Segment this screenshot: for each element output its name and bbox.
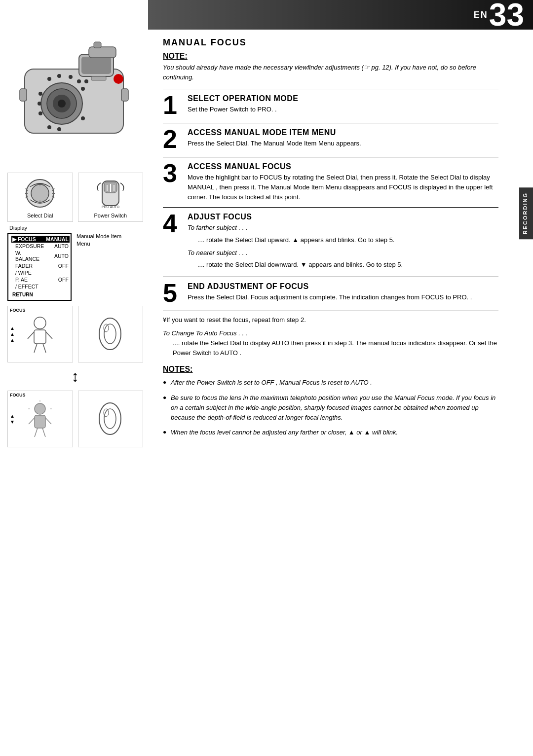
svg-rect-51 — [35, 415, 45, 428]
camera-illustration — [7, 35, 141, 168]
step-4-content: ADJUST FOCUS To farther subject . . . ..… — [188, 213, 498, 272]
svg-point-23 — [47, 125, 51, 129]
step-4-nearer-label: To nearer subject . . . — [188, 248, 498, 258]
step-2-content: ACCESS MANUAL MODE ITEM MENU Press the S… — [188, 128, 498, 152]
menu-table: ▶ FOCUS MANUAL EXPOSURE AUTO W. BALANCE … — [7, 233, 72, 301]
select-dial-diagram: ↑ ↓ Select Dial — [7, 173, 73, 222]
note-item-1: After the Power Switch is set to OFF , M… — [163, 378, 498, 388]
divider-1 — [163, 89, 498, 89]
step-1-body: Set the Power Switch to PRO. . — [188, 105, 498, 114]
step-4-farther-label: To farther subject . . . — [188, 223, 498, 233]
svg-point-49 — [104, 324, 109, 332]
recording-tab: RECORDING — [519, 187, 533, 239]
svg-line-43 — [28, 332, 34, 339]
svg-point-17 — [84, 79, 88, 83]
menu-label: Manual Mode ItemMenu — [76, 233, 121, 248]
step-4: 4 ADJUST FOCUS To farther subject . . . … — [163, 213, 498, 272]
divider-4 — [163, 207, 498, 208]
svg-point-47 — [99, 318, 121, 350]
change-focus: To Change To Auto Focus . . . .... rotat… — [163, 328, 498, 358]
divider-3 — [163, 157, 498, 157]
notes-section: NOTES: After the Power Switch is set to … — [163, 365, 498, 437]
svg-line-53 — [45, 418, 51, 424]
note-heading: NOTE: — [163, 52, 498, 61]
svg-point-14 — [38, 102, 41, 106]
svg-rect-11 — [20, 89, 27, 101]
power-switch-diagram: PRO AUTO Power Switch — [78, 173, 144, 222]
svg-line-52 — [29, 418, 35, 424]
svg-point-13 — [38, 92, 42, 96]
svg-point-41 — [34, 317, 46, 329]
svg-rect-8 — [94, 42, 101, 48]
power-switch-label: Power Switch — [94, 213, 127, 218]
header-bar: EN 33 — [148, 0, 533, 30]
arrow-up-down: ↕ — [7, 367, 143, 386]
step-4-nearer-body: .... rotate the Select Dial downward. ▼ … — [188, 260, 498, 270]
page-title: MANUAL FOCUS — [163, 37, 498, 48]
svg-line-44 — [46, 332, 52, 339]
svg-line-46 — [43, 344, 46, 353]
svg-point-50 — [35, 403, 45, 414]
notes-list: After the Power Switch is set to OFF , M… — [163, 378, 498, 437]
note-item-3: When the focus level cannot be adjusted … — [163, 428, 498, 437]
svg-point-4 — [58, 100, 66, 108]
step-2-heading: ACCESS MANUAL MODE ITEM MENU — [188, 128, 498, 137]
svg-point-9 — [114, 74, 123, 84]
step-4-heading: ADJUST FOCUS — [188, 213, 498, 221]
step-1-heading: SELECT OPERATION MODE — [188, 94, 498, 103]
step-2-number: 2 — [163, 126, 184, 152]
note-item-2: Be sure to focus the lens in the maximum… — [163, 393, 498, 423]
svg-point-48 — [104, 324, 116, 344]
focus-circle-top — [78, 306, 144, 362]
svg-line-45 — [34, 344, 37, 353]
step-4-farther-body: .... rotate the Select Dial upward. ▲ ap… — [188, 235, 498, 245]
focus-top-row: FOCUS ▲▲▲ — [7, 306, 143, 362]
focus-far-box: FOCUS ▲▼ — [7, 391, 73, 447]
svg-point-60 — [104, 409, 116, 429]
divider-2 — [163, 123, 498, 123]
yen-note: ¥If you want to reset the focus, repeat … — [163, 316, 498, 324]
note-box: NOTE: You should already have made the n… — [163, 52, 498, 82]
step-1-number: 1 — [163, 92, 184, 118]
step-3: 3 ACCESS MANUAL FOCUS Move the highlight… — [163, 162, 498, 202]
display-label: Display — [7, 225, 143, 231]
step-3-content: ACCESS MANUAL FOCUS Move the highlight b… — [188, 162, 498, 202]
svg-text:PRO  AUTO: PRO AUTO — [102, 205, 120, 209]
change-focus-title: To Change To Auto Focus . . . — [163, 328, 498, 338]
page-number: 33 — [489, 0, 524, 31]
svg-rect-42 — [34, 330, 46, 344]
focus-top-label: FOCUS — [10, 308, 26, 313]
step-3-heading: ACCESS MANUAL FOCUS — [188, 162, 498, 171]
svg-point-21 — [77, 79, 81, 83]
menu-table-area: ▶ FOCUS MANUAL EXPOSURE AUTO W. BALANCE … — [7, 233, 143, 301]
step-3-body: Move the highlight bar to FOCUS by rotat… — [188, 173, 498, 202]
svg-text:↑: ↑ — [39, 181, 42, 187]
notes-heading: NOTES: — [163, 365, 498, 374]
svg-point-20 — [69, 75, 73, 79]
svg-point-24 — [57, 127, 61, 131]
step-5-content: END ADJUSTMENT OF FOCUS Press the Select… — [188, 282, 498, 306]
select-dial-label: Select Dial — [27, 213, 53, 218]
right-column: MANUAL FOCUS NOTE: You should already ha… — [148, 30, 508, 452]
step-2: 2 ACCESS MANUAL MODE ITEM MENU Press the… — [163, 128, 498, 152]
focus-bottom-label: FOCUS — [10, 393, 26, 397]
svg-point-22 — [81, 116, 85, 120]
svg-line-54 — [35, 428, 38, 437]
divider-5 — [163, 277, 498, 277]
left-column: ↑ ↓ Select Dial — [0, 30, 148, 456]
step-2-body: Press the Select Dial. The Manual Mode I… — [188, 139, 498, 148]
en-label: EN — [474, 10, 488, 20]
svg-rect-7 — [89, 47, 116, 58]
svg-rect-6 — [81, 57, 111, 74]
step-4-number: 4 — [163, 211, 184, 272]
step-5-heading: END ADJUSTMENT OF FOCUS — [188, 282, 498, 291]
svg-point-59 — [99, 403, 121, 434]
focus-near-box: FOCUS ▲▲▲ — [7, 306, 73, 362]
step-3-number: 3 — [163, 160, 184, 202]
svg-line-55 — [42, 428, 45, 437]
svg-point-61 — [104, 409, 109, 417]
svg-rect-10 — [91, 76, 106, 80]
step-1-content: SELECT OPERATION MODE Set the Power Swit… — [188, 94, 498, 118]
svg-point-18 — [47, 77, 51, 81]
focus-circle-bottom — [78, 391, 144, 447]
